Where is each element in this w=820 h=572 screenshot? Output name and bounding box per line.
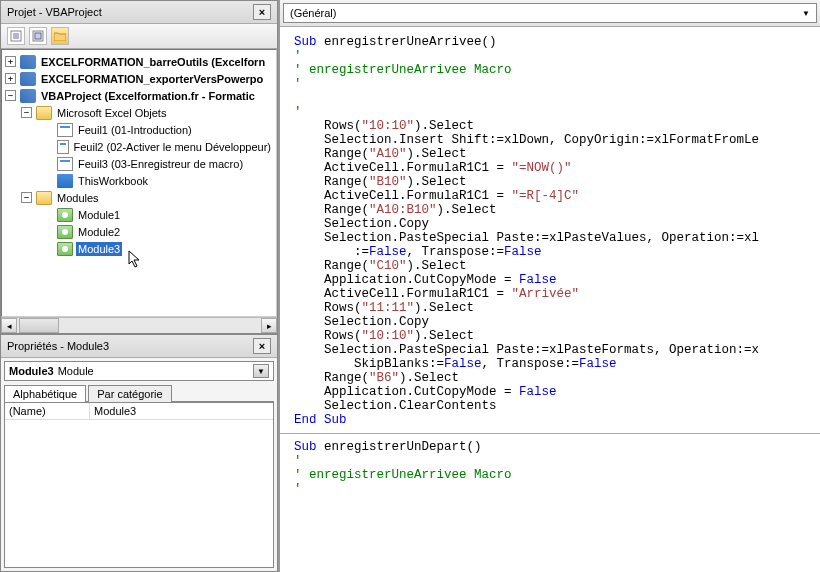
tree-label: VBAProject (Excelformation.fr - Formatic <box>39 89 257 103</box>
module-icon <box>57 208 73 222</box>
tree-label: Module1 <box>76 208 122 222</box>
chevron-down-icon: ▼ <box>802 9 810 18</box>
tree-label: Modules <box>55 191 101 205</box>
scroll-left-icon[interactable]: ◂ <box>1 318 17 333</box>
expander-icon[interactable]: − <box>5 90 16 101</box>
tab-category[interactable]: Par catégorie <box>88 385 171 402</box>
tree-label: EXCELFORMATION_exporterVersPowerpo <box>39 72 265 86</box>
close-icon[interactable]: × <box>253 338 271 354</box>
properties-tabs: Alphabétique Par catégorie <box>4 384 274 402</box>
object-dropdown[interactable]: (Général) ▼ <box>283 3 817 23</box>
property-name: (Name) <box>5 403 90 419</box>
folder-icon <box>36 106 52 120</box>
close-icon[interactable]: × <box>253 4 271 20</box>
view-object-icon[interactable] <box>29 27 47 45</box>
expander-icon[interactable]: − <box>21 107 32 118</box>
tree-label: Feuil2 (02-Activer le menu Développeur) <box>72 140 273 154</box>
properties-panel: Propriétés - Module3 × Module3 Module ▼ … <box>0 334 278 572</box>
object-name: Module3 <box>9 365 54 377</box>
tree-node-project[interactable]: − VBAProject (Excelformation.fr - Format… <box>5 87 273 104</box>
project-toolbar <box>1 24 277 49</box>
properties-title: Propriétés - Module3 <box>7 340 109 352</box>
scroll-thumb[interactable] <box>19 318 59 333</box>
properties-title-bar: Propriétés - Module3 × <box>1 335 277 358</box>
worksheet-icon <box>57 157 73 171</box>
tree-label: EXCELFORMATION_barreOutils (Excelforn <box>39 55 267 69</box>
worksheet-icon <box>57 140 69 154</box>
svg-rect-5 <box>35 33 41 39</box>
horizontal-scrollbar[interactable]: ◂ ▸ <box>1 317 277 333</box>
tree-node-module[interactable]: Module2 <box>5 223 273 240</box>
tree-node-project[interactable]: + EXCELFORMATION_barreOutils (Excelforn <box>5 53 273 70</box>
tree-label: Microsoft Excel Objets <box>55 106 168 120</box>
code-header: (Général) ▼ <box>280 0 820 27</box>
tree-label: ThisWorkbook <box>76 174 150 188</box>
vbaproject-icon <box>20 72 36 86</box>
folder-icon <box>36 191 52 205</box>
tree-node-project[interactable]: + EXCELFORMATION_exporterVersPowerpo <box>5 70 273 87</box>
module-icon <box>57 225 73 239</box>
dropdown-label: (Général) <box>290 7 336 19</box>
tree-node-folder[interactable]: − Modules <box>5 189 273 206</box>
object-type: Module <box>58 365 94 377</box>
code-editor[interactable]: Sub enregistrerUneArrivee() ' ' enregist… <box>280 27 820 572</box>
project-tree[interactable]: + EXCELFORMATION_barreOutils (Excelforn … <box>1 49 277 317</box>
workbook-icon <box>57 174 73 188</box>
tree-node-workbook[interactable]: ThisWorkbook <box>5 172 273 189</box>
tree-node-sheet[interactable]: Feuil2 (02-Activer le menu Développeur) <box>5 138 273 155</box>
code-panel: (Général) ▼ Sub enregistrerUneArrivee() … <box>280 0 820 572</box>
project-panel-title-bar: Projet - VBAProject × <box>1 1 277 24</box>
toggle-folders-icon[interactable] <box>51 27 69 45</box>
worksheet-icon <box>57 123 73 137</box>
tree-node-module[interactable]: Module1 <box>5 206 273 223</box>
scroll-right-icon[interactable]: ▸ <box>261 318 277 333</box>
tree-node-sheet[interactable]: Feuil1 (01-Introduction) <box>5 121 273 138</box>
property-row[interactable]: (Name) Module3 <box>5 403 273 420</box>
tree-node-module-selected[interactable]: Module3 <box>5 240 273 257</box>
expander-icon[interactable]: − <box>21 192 32 203</box>
tree-label: Module3 <box>76 242 122 256</box>
view-code-icon[interactable] <box>7 27 25 45</box>
vbaproject-icon <box>20 89 36 103</box>
project-panel-title: Projet - VBAProject <box>7 6 102 18</box>
tree-label: Module2 <box>76 225 122 239</box>
chevron-down-icon[interactable]: ▼ <box>253 364 269 378</box>
tree-node-sheet[interactable]: Feuil3 (03-Enregistreur de macro) <box>5 155 273 172</box>
tab-alphabetic[interactable]: Alphabétique <box>4 385 86 402</box>
project-explorer-panel: Projet - VBAProject × + <box>0 0 278 334</box>
vbaproject-icon <box>20 55 36 69</box>
properties-grid[interactable]: (Name) Module3 <box>4 402 274 568</box>
tree-node-folder[interactable]: − Microsoft Excel Objets <box>5 104 273 121</box>
expander-icon[interactable]: + <box>5 73 16 84</box>
expander-icon[interactable]: + <box>5 56 16 67</box>
property-value[interactable]: Module3 <box>90 403 140 419</box>
module-icon <box>57 242 73 256</box>
object-selector[interactable]: Module3 Module ▼ <box>4 361 274 381</box>
tree-label: Feuil3 (03-Enregistreur de macro) <box>76 157 245 171</box>
tree-label: Feuil1 (01-Introduction) <box>76 123 194 137</box>
